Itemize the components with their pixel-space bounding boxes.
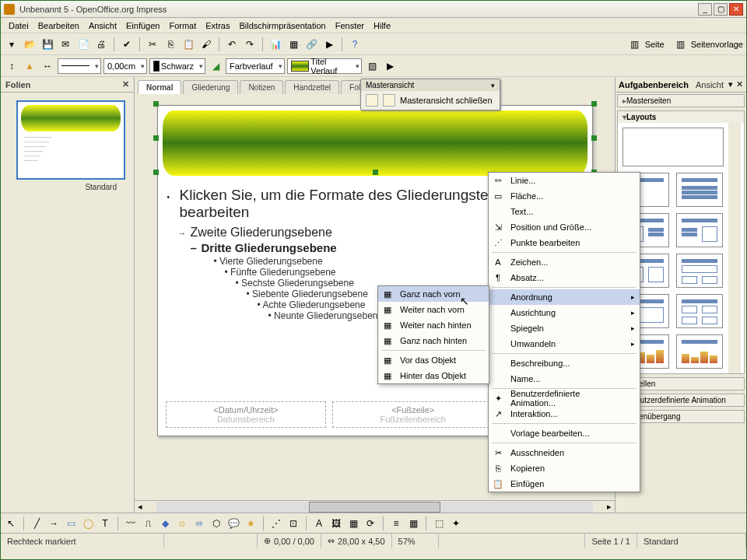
gallery-tool[interactable]: ▦: [346, 516, 360, 530]
layouts-scrollbar[interactable]: [728, 123, 741, 373]
line-color-combo[interactable]: Schwarz: [149, 58, 205, 74]
layout-title-content[interactable]: [676, 173, 723, 207]
masterview-title[interactable]: Masteransicht: [361, 79, 500, 91]
menuitem[interactable]: ▦Vor das Objekt: [378, 352, 489, 368]
close-button[interactable]: ✕: [729, 3, 743, 16]
menuitem[interactable]: ▦Ganz nach vorn: [378, 286, 489, 302]
masterview-close[interactable]: Masteransicht schließen: [400, 96, 493, 105]
menuitem[interactable]: ✏Linie...: [489, 173, 640, 188]
menuitem[interactable]: ⇲Position und Größe...: [489, 219, 640, 235]
print-button[interactable]: 🖨: [93, 37, 109, 52]
menu-extras[interactable]: Extras: [201, 19, 234, 32]
layout-chart2[interactable]: [676, 334, 723, 369]
menuitem[interactable]: Beschreibung...: [489, 355, 640, 371]
menu-bearbeiten[interactable]: Bearbeiten: [33, 19, 84, 32]
layout-1over2[interactable]: [676, 254, 723, 288]
menuitem[interactable]: Umwandeln: [489, 336, 640, 352]
context-submenu-anordnung[interactable]: ▦Ganz nach vorn▦Weiter nach vorn▦Weiter …: [377, 285, 489, 384]
viewtab-normal[interactable]: Normal: [138, 80, 181, 94]
arrows-tool[interactable]: ⬄: [192, 516, 206, 530]
layout-blank[interactable]: [622, 128, 724, 166]
text-tool[interactable]: T: [98, 516, 112, 530]
copy-button[interactable]: ⎘: [163, 37, 178, 52]
layout-grid4[interactable]: [676, 294, 723, 328]
interaction-tool[interactable]: ✦: [449, 516, 463, 530]
menuitem[interactable]: ▦Weiter nach vorn: [378, 302, 489, 317]
rotate-tool[interactable]: ⟳: [363, 516, 377, 530]
taskpane-close-icon[interactable]: ✕: [736, 79, 743, 89]
menuitem[interactable]: ▦Ganz nach hinten: [378, 333, 489, 348]
table-button[interactable]: ▦: [286, 37, 301, 52]
curve-tool[interactable]: 〰: [124, 516, 138, 530]
footer-placeholder[interactable]: <Fußzeile>Fußzeilenbereich: [332, 401, 493, 428]
paint-button[interactable]: ▲: [22, 58, 37, 74]
menu-datei[interactable]: Datei: [4, 19, 33, 32]
menuitem[interactable]: Name...: [489, 371, 640, 387]
menuitem[interactable]: Spiegeln: [489, 320, 640, 336]
open-button[interactable]: 📂: [22, 37, 37, 52]
pdf-button[interactable]: 📄: [75, 37, 91, 52]
menu-format[interactable]: Format: [164, 19, 201, 32]
flowchart-tool[interactable]: ⬡: [209, 516, 223, 530]
paste-button[interactable]: 📋: [181, 37, 196, 52]
horizontal-scrollbar[interactable]: ◂▸: [135, 500, 615, 513]
menuitem[interactable]: Ausrichtung: [489, 305, 640, 320]
slide-thumbnail-1[interactable]: ────────────────────────────────────────…: [16, 100, 125, 180]
status-zoom[interactable]: 57%: [392, 534, 439, 548]
layout-content-two[interactable]: [676, 213, 723, 247]
redo-button[interactable]: ↷: [242, 37, 258, 52]
presentation2-button[interactable]: ▶: [382, 58, 398, 74]
clone-button[interactable]: 🖌: [198, 37, 214, 52]
menuitem[interactable]: 📋Einfügen: [489, 476, 640, 492]
taskpane-view[interactable]: Ansicht: [696, 80, 724, 89]
align-tool[interactable]: ≡: [389, 516, 403, 530]
line-width-combo[interactable]: 0,00cm: [103, 58, 147, 74]
viewtab-notizen[interactable]: Notizen: [240, 80, 283, 94]
arrow-ends-button[interactable]: ↔: [40, 58, 55, 74]
menuitem[interactable]: ▦Weiter nach hinten: [378, 317, 489, 333]
slides-panel-close-icon[interactable]: ✕: [122, 79, 129, 89]
masterview-toolbar[interactable]: Masteransicht Masteransicht schließen: [360, 79, 500, 110]
chart-button[interactable]: 📊: [268, 37, 283, 52]
menu-fenster[interactable]: Fenster: [331, 19, 369, 32]
hyperlink-button[interactable]: 🔗: [303, 37, 319, 52]
menuitem[interactable]: ↗Interaktion...: [489, 406, 640, 422]
connector-tool[interactable]: ⎍: [141, 516, 155, 530]
extrude-tool[interactable]: ⬚: [432, 516, 446, 530]
presentation-button[interactable]: ▶: [321, 37, 337, 52]
arrow-tool[interactable]: →: [47, 516, 61, 530]
menuitem[interactable]: ⋰Punkte bearbeiten: [489, 235, 640, 250]
spell-button[interactable]: ✔: [119, 37, 135, 52]
cut-button[interactable]: ✂: [145, 37, 160, 52]
context-menu[interactable]: ✏Linie...▭Fläche...Text...⇲Position und …: [488, 172, 640, 492]
maximize-button[interactable]: ▢: [714, 3, 728, 16]
stars-tool[interactable]: ★: [244, 516, 258, 530]
menu-ansicht[interactable]: Ansicht: [84, 19, 121, 32]
menuitem[interactable]: ¶Absatz...: [489, 270, 640, 285]
mail-button[interactable]: ✉: [58, 37, 73, 52]
line-tool[interactable]: ╱: [30, 516, 44, 530]
gradient-combo[interactable]: Titel Verlauf: [287, 58, 362, 74]
menuitem[interactable]: ✂Ausschneiden: [489, 445, 640, 460]
menuitem[interactable]: ▭Fläche...: [489, 188, 640, 204]
menu-hilfe[interactable]: Hilfe: [369, 19, 395, 32]
menu-bildschirmpräsentation[interactable]: Bildschirmpräsentation: [234, 19, 330, 32]
basicshapes-tool[interactable]: ◆: [158, 516, 172, 530]
menuitem[interactable]: ▦Hinter das Objekt: [378, 368, 489, 383]
date-placeholder[interactable]: <Datum/Uhrzeit>Datumsbereich: [166, 401, 327, 428]
save-button[interactable]: 💾: [40, 37, 55, 52]
seite-icon[interactable]: ▥: [627, 37, 643, 52]
menuitem[interactable]: AZeichen...: [489, 254, 640, 270]
glue-tool[interactable]: ⊡: [286, 516, 300, 530]
menu-einfügen[interactable]: Einfügen: [121, 19, 164, 32]
taskpane-menu-icon[interactable]: ▾: [728, 79, 733, 89]
rect-tool[interactable]: ▭: [64, 516, 78, 530]
fill-type-combo[interactable]: Farbverlauf: [226, 58, 285, 74]
menuitem[interactable]: Anordnung: [489, 289, 640, 305]
seitenvorlage-icon[interactable]: ▥: [673, 37, 689, 52]
section-masterseiten[interactable]: Masterseiten: [617, 94, 745, 107]
menuitem[interactable]: ⎘Kopieren: [489, 460, 640, 476]
select-tool[interactable]: ↖: [4, 516, 18, 530]
masterview-icon1[interactable]: [366, 94, 378, 107]
fromfile-tool[interactable]: 🖼: [329, 516, 343, 530]
